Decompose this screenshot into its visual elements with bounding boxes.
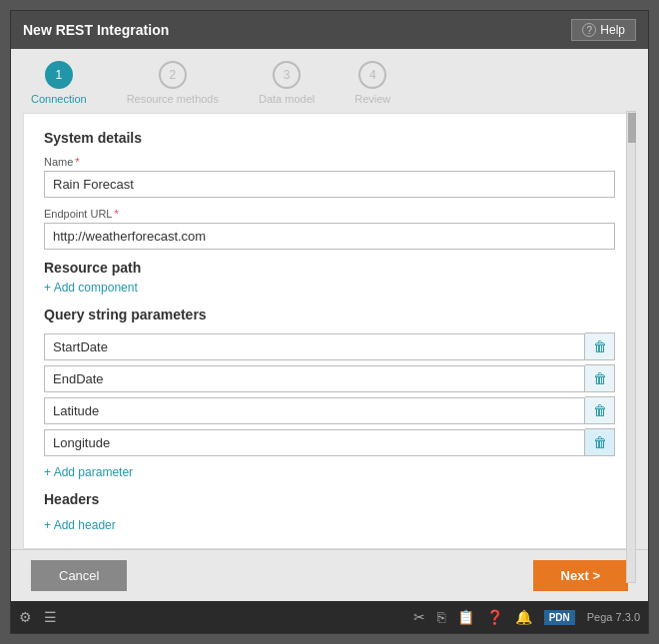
table-row: 🗑 [44,364,615,392]
table-row: 🗑 [44,396,615,424]
delete-param-2-button[interactable]: 🗑 [585,364,615,392]
step-4-label: Review [354,93,390,105]
step-2-label: Resource methods [127,93,219,105]
resource-path-title: Resource path [44,260,615,276]
taskbar: ⚙ ☰ ✂ ⎘ 📋 ❓ 🔔 PDN Pega 7.3.0 [11,601,648,633]
table-row: 🗑 [44,428,615,456]
query-params-title: Query string parameters [44,307,615,322]
taskbar-icon-help[interactable]: ❓ [486,609,503,625]
title-bar: New REST Integration ? Help [11,11,648,49]
headers-title: Headers [44,491,615,507]
add-header-link[interactable]: + Add header [44,518,116,532]
taskbar-icon-settings[interactable]: ⚙ [19,609,32,625]
param-input-3[interactable] [44,397,585,424]
step-3[interactable]: 3 Data model [259,61,315,105]
step-4[interactable]: 4 Review [354,61,390,105]
taskbar-icon-copy[interactable]: ⎘ [437,609,445,625]
taskbar-icon-paste[interactable]: 📋 [457,609,474,625]
param-input-2[interactable] [44,365,585,392]
scrollbar-thumb[interactable] [628,113,636,143]
window-title: New REST Integration [23,22,169,38]
taskbar-icon-cut[interactable]: ✂ [413,609,425,625]
system-details-title: System details [44,130,615,146]
endpoint-input[interactable] [44,223,615,250]
headers-section: Headers + Add header [44,491,615,544]
delete-param-1-button[interactable]: 🗑 [585,332,615,360]
taskbar-icon-bell[interactable]: 🔔 [515,609,532,625]
name-label: Name* [44,156,615,168]
cancel-button[interactable]: Cancel [31,560,127,591]
trash-icon-1: 🗑 [593,338,607,354]
step-1-circle: 1 [45,61,73,89]
bottom-bar: Cancel Next > [11,549,648,601]
delete-param-3-button[interactable]: 🗑 [585,396,615,424]
scrollbar-track[interactable] [626,111,636,583]
name-input[interactable] [44,171,615,198]
pega-version: Pega 7.3.0 [587,611,640,623]
step-1-label: Connection [31,93,87,105]
step-3-label: Data model [259,93,315,105]
main-window: New REST Integration ? Help 1 Connection… [10,10,649,634]
help-icon: ? [582,23,596,37]
add-parameter-link[interactable]: + Add parameter [44,465,133,479]
trash-icon-2: 🗑 [593,370,607,386]
delete-param-4-button[interactable]: 🗑 [585,428,615,456]
step-4-circle: 4 [358,61,386,89]
step-2[interactable]: 2 Resource methods [127,61,219,105]
help-button[interactable]: ? Help [571,19,636,41]
next-button[interactable]: Next > [533,560,628,591]
table-row: 🗑 [44,332,615,360]
param-input-1[interactable] [44,333,585,360]
trash-icon-3: 🗑 [593,402,607,418]
taskbar-icon-list[interactable]: ☰ [44,609,57,625]
steps-bar: 1 Connection 2 Resource methods 3 Data m… [11,49,648,113]
step-1[interactable]: 1 Connection [31,61,87,105]
endpoint-label: Endpoint URL* [44,208,615,220]
trash-icon-4: 🗑 [593,434,607,450]
content-area: System details Name* Endpoint URL* Resou… [23,113,636,549]
step-3-circle: 3 [273,61,301,89]
pdn-badge: PDN [544,610,575,625]
query-params-section: 🗑 🗑 🗑 🗑 [44,332,615,456]
param-input-4[interactable] [44,429,585,456]
add-component-link[interactable]: + Add component [44,281,138,295]
step-2-circle: 2 [159,61,187,89]
